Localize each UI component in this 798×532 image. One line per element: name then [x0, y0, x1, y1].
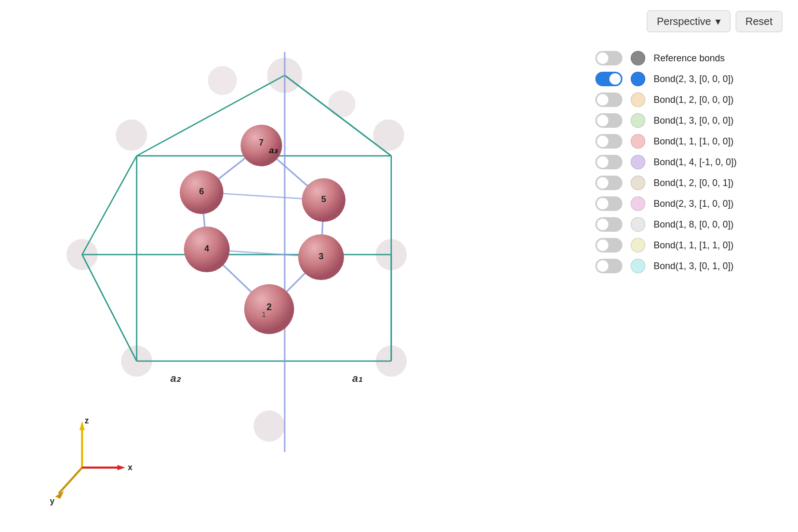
bond-toggle-2[interactable]	[595, 113, 622, 128]
main-container: 7 a₃ 6 5 4 3 2 1 a₂ a₁	[0, 0, 798, 532]
svg-text:6: 6	[199, 187, 204, 196]
bond-toggle-7[interactable]	[595, 217, 622, 232]
bond-toggle-container-6[interactable]	[595, 196, 622, 211]
bond-toggle-container-3[interactable]	[595, 134, 622, 149]
cube-edge	[285, 75, 391, 156]
bond-dot-7	[631, 217, 645, 232]
bond-item-1: Bond(1, 2, [0, 0, 0])	[595, 89, 782, 110]
bond-toggle-3[interactable]	[595, 134, 622, 149]
svg-text:2: 2	[267, 302, 272, 312]
bond-dot-0	[631, 72, 645, 86]
bond-label-5: Bond(1, 2, [0, 0, 1])	[654, 178, 734, 189]
perspective-label: Perspective	[657, 16, 711, 28]
bond-toggle-container-5[interactable]	[595, 176, 622, 190]
bond-toggle-container-4[interactable]	[595, 155, 622, 169]
y-axis	[59, 468, 82, 494]
bond-dot-3	[631, 134, 645, 149]
bond-dot-2	[631, 113, 645, 128]
bond-toggle-9[interactable]	[595, 259, 622, 273]
perspective-arrow: ▾	[715, 15, 721, 28]
bond-label-2: Bond(1, 3, [0, 0, 0])	[654, 115, 734, 126]
ghost-atom	[116, 119, 147, 151]
toggle-knob	[597, 156, 608, 168]
bond-toggle-container-9[interactable]	[595, 259, 622, 273]
bond-toggle-8[interactable]	[595, 238, 622, 252]
toggle-knob	[597, 115, 608, 126]
z-label: z	[85, 416, 89, 425]
bond-item-2: Bond(1, 3, [0, 0, 0])	[595, 110, 782, 131]
svg-text:3: 3	[318, 251, 323, 261]
bond-toggle-5[interactable]	[595, 176, 622, 190]
right-panel: Perspective ▾ Reset Reference bonds Bond…	[580, 0, 798, 532]
bond-label-1: Bond(1, 2, [0, 0, 0])	[654, 95, 734, 105]
bond-label-7: Bond(1, 8, [0, 0, 0])	[654, 219, 734, 230]
ghost-atom	[254, 410, 285, 442]
svg-text:a₃: a₃	[269, 145, 278, 155]
reference-bonds-toggle[interactable]	[595, 51, 622, 65]
bond-item-0: Bond(2, 3, [0, 0, 0])	[595, 69, 782, 89]
toggle-knob	[597, 260, 608, 272]
bond-label-8: Bond(1, 1, [1, 1, 0])	[654, 240, 734, 251]
reference-bonds-label: Reference bonds	[654, 53, 725, 64]
svg-text:4: 4	[204, 244, 209, 254]
bond-label-4: Bond(1, 4, [-1, 0, 0])	[654, 157, 737, 168]
a1-label: a₁	[352, 373, 363, 384]
toggle-knob	[597, 240, 608, 251]
toolbar: Perspective ▾ Reset	[595, 10, 782, 32]
perspective-button[interactable]: Perspective ▾	[647, 10, 730, 32]
bond-item-7: Bond(1, 8, [0, 0, 0])	[595, 214, 782, 235]
cube-edge	[82, 156, 137, 255]
bond-toggle-container-2[interactable]	[595, 113, 622, 128]
bond-item-9: Bond(1, 3, [0, 1, 0])	[595, 256, 782, 276]
cube-edge	[82, 255, 137, 361]
toggle-knob	[597, 219, 608, 230]
a2-label: a₂	[170, 373, 181, 384]
bond-item-3: Bond(1, 1, [1, 0, 0])	[595, 131, 782, 152]
bond-dot-6	[631, 196, 645, 211]
bond-toggle-1[interactable]	[595, 92, 622, 107]
bond-label-0: Bond(2, 3, [0, 0, 0])	[654, 74, 734, 85]
toggle-knob	[597, 136, 608, 147]
bond-item-4: Bond(1, 4, [-1, 0, 0])	[595, 152, 782, 172]
bond-list: Bond(2, 3, [0, 0, 0])Bond(1, 2, [0, 0, 0…	[595, 69, 782, 276]
bond-toggle-6[interactable]	[595, 196, 622, 211]
bond-toggle-container-8[interactable]	[595, 238, 622, 252]
toggle-knob	[597, 198, 608, 209]
bond-label-6: Bond(2, 3, [1, 0, 0])	[654, 198, 734, 209]
bond-label-3: Bond(1, 1, [1, 0, 0])	[654, 136, 734, 147]
reference-bonds-item: Reference bonds	[595, 48, 782, 69]
reset-button[interactable]: Reset	[736, 11, 782, 32]
viz-area: 7 a₃ 6 5 4 3 2 1 a₂ a₁	[0, 0, 580, 532]
toggle-knob	[597, 177, 608, 189]
bond-toggle-container-0[interactable]	[595, 72, 622, 86]
svg-text:1: 1	[262, 310, 266, 318]
toggle-knob	[597, 94, 608, 105]
toggle-knob	[609, 73, 621, 85]
toggle-knob	[597, 52, 608, 64]
bond-label-9: Bond(1, 3, [0, 1, 0])	[654, 261, 734, 272]
ghost-atom	[328, 90, 355, 117]
y-label: y	[50, 497, 55, 506]
bond-toggle-container-7[interactable]	[595, 217, 622, 232]
bond-toggle-4[interactable]	[595, 155, 622, 169]
crystal-structure-svg: 7 a₃ 6 5 4 3 2 1 a₂ a₁	[0, 0, 580, 532]
bond-dot-1	[631, 92, 645, 107]
bond-toggle-0[interactable]	[595, 72, 622, 86]
bond-dot-4	[631, 155, 645, 169]
bond-item-6: Bond(2, 3, [1, 0, 0])	[595, 193, 782, 214]
x-axis-arrow	[117, 465, 125, 470]
bond-dot-5	[631, 176, 645, 190]
bond-item-8: Bond(1, 1, [1, 1, 0])	[595, 235, 782, 256]
z-axis-arrow	[79, 421, 85, 430]
ghost-atom	[208, 66, 237, 95]
bond-item-5: Bond(1, 2, [0, 0, 1])	[595, 172, 782, 193]
bond-dot-8	[631, 238, 645, 252]
bond-dot-9	[631, 259, 645, 273]
svg-text:7: 7	[259, 138, 264, 147]
bond-toggle-container-1[interactable]	[595, 92, 622, 107]
reference-bonds-dot	[631, 51, 645, 65]
x-label: x	[128, 463, 132, 472]
reference-bonds-toggle-container[interactable]	[595, 51, 622, 65]
svg-text:5: 5	[321, 194, 326, 204]
